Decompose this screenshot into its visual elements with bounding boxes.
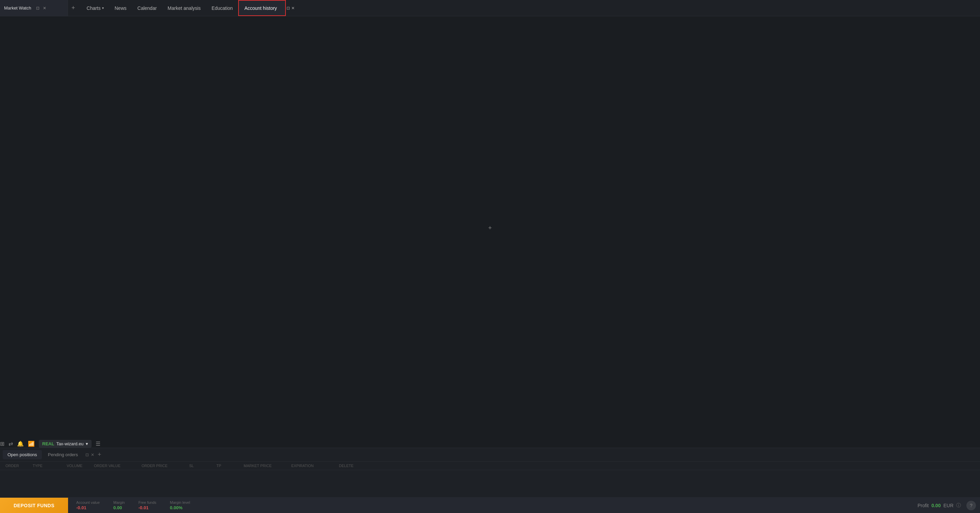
nav-education[interactable]: Education — [206, 0, 238, 16]
col-header-order: ORDER — [5, 464, 33, 468]
layout-icon[interactable]: ⊞ — [0, 440, 5, 447]
bottom-section: Open positions Pending orders ⊡ ✕ + ORDE… — [0, 448, 980, 497]
stat-label: Margin — [113, 500, 125, 505]
col-header-sl: SL — [189, 464, 216, 468]
notification-icon[interactable]: 🔔 — [17, 440, 24, 447]
col-header-market-price: MARKET PRICE — [243, 464, 291, 468]
transfer-icon[interactable]: ⇄ — [8, 440, 13, 447]
col-header-volume: VOLUME — [67, 464, 94, 468]
stat-label: Free funds — [138, 500, 156, 505]
stat-label: Margin level — [170, 500, 190, 505]
profit-value: 0.00 — [931, 503, 940, 508]
add-nav-tab-button[interactable]: + — [0, 16, 980, 440]
stat-value: 0.00% — [170, 505, 190, 510]
account-dropdown-arrow: ▾ — [86, 441, 88, 446]
bottom-tab-icons: ⊡ ✕ — [86, 453, 94, 457]
add-bottom-tab-button[interactable]: + — [95, 451, 103, 458]
profit-label: Profit — [918, 503, 929, 508]
stat-value: -0.01 — [138, 505, 156, 510]
nav-right-actions: ⊞ ⇄ 🔔 📶 REAL Tax-wizard.eu ▾ ☰ — [0, 440, 980, 448]
nav-news[interactable]: News — [109, 0, 132, 16]
nav-market-analysis[interactable]: Market analysis — [162, 0, 206, 16]
bottom-table-empty — [0, 470, 980, 497]
col-header-order-price: ORDER PRICE — [142, 464, 189, 468]
account-history-close-btn[interactable]: ✕ — [291, 5, 295, 11]
add-tab-button[interactable]: + — [68, 0, 79, 16]
bottom-tabs-bar: Open positions Pending orders ⊡ ✕ + — [0, 448, 980, 462]
footer-stat-account-value: Account value -0.01 — [76, 500, 100, 510]
bottom-tab-close-btn[interactable]: ✕ — [91, 453, 94, 457]
stat-label: Account value — [76, 500, 100, 505]
bottom-table-headers: ORDERTYPEVOLUMEORDER VALUEORDER PRICESLT… — [0, 462, 980, 470]
wifi-icon: 📶 — [28, 440, 35, 447]
tab-pending-orders[interactable]: Pending orders — [43, 450, 83, 459]
footer-stat-margin-level: Margin level 0.00% — [170, 500, 190, 510]
account-history-restore-btn[interactable]: ⊡ — [286, 5, 291, 11]
stat-value: -0.01 — [76, 505, 100, 510]
market-watch-title: Market Watch — [4, 5, 31, 11]
footer-stat-margin: Margin 0.00 — [113, 500, 125, 510]
footer-profit: Profit 0.00 EUR ⓘ — [918, 502, 967, 508]
deposit-button[interactable]: DEPOSIT FUNDS — [0, 498, 68, 513]
profit-info-icon[interactable]: ⓘ — [956, 502, 961, 508]
nav-account-history[interactable]: Account history — [238, 0, 286, 16]
account-badge[interactable]: REAL Tax-wizard.eu ▾ — [39, 440, 92, 448]
market-watch-tab[interactable]: Market Watch ⊡ ✕ — [0, 0, 68, 16]
account-name: Tax-wizard.eu — [56, 441, 83, 446]
market-watch-close-btn[interactable]: ✕ — [42, 5, 47, 11]
nav-calendar[interactable]: Calendar — [132, 0, 162, 16]
profit-currency: EUR — [943, 503, 953, 508]
market-watch-restore-btn[interactable]: ⊡ — [35, 5, 40, 11]
nav-charts[interactable]: Charts ▾ — [81, 0, 109, 16]
col-header-type: TYPE — [33, 464, 67, 468]
col-header-tp: TP — [216, 464, 243, 468]
real-label: REAL — [42, 441, 54, 446]
col-header-expiration: EXPIRATION — [291, 464, 339, 468]
col-header-order-value: ORDER VALUE — [94, 464, 142, 468]
stat-value: 0.00 — [113, 505, 125, 510]
footer-stats: Account value -0.01 Margin 0.00 Free fun… — [68, 500, 918, 510]
charts-dropdown-arrow: ▾ — [102, 6, 104, 10]
help-button[interactable]: ? — [966, 501, 976, 510]
footer-bar: DEPOSIT FUNDS Account value -0.01 Margin… — [0, 497, 980, 513]
tab-open-positions[interactable]: Open positions — [3, 450, 42, 459]
hamburger-icon[interactable]: ☰ — [95, 440, 100, 447]
top-navigation: Market Watch ⊡ ✕ + Charts ▾ News Calenda… — [0, 0, 980, 16]
col-header-delete: DELETE — [339, 464, 366, 468]
bottom-tab-restore-btn[interactable]: ⊡ — [86, 453, 89, 457]
main-nav-menu: Charts ▾ News Calendar Market analysis E… — [79, 0, 980, 16]
footer-stat-free-funds: Free funds -0.01 — [138, 500, 156, 510]
